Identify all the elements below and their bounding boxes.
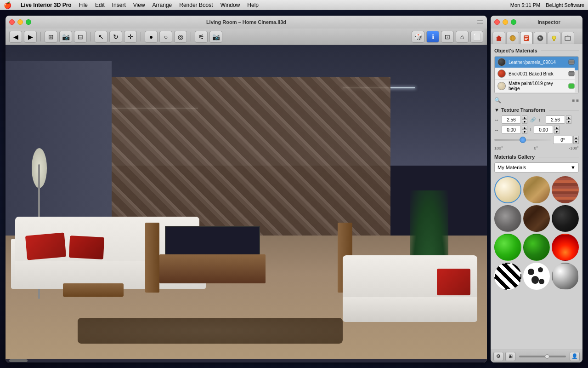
menu-window[interactable]: Window bbox=[220, 2, 240, 8]
view-btn[interactable]: ⊟ bbox=[74, 31, 87, 43]
app-container: Living Room – Home Cinema.li3d ◀ ▶ ⊞ 📷 ⊟… bbox=[0, 10, 588, 368]
menu-arrange[interactable]: Arrange bbox=[153, 2, 172, 8]
gallery-item-wood-light[interactable] bbox=[523, 176, 550, 203]
sphere-btn[interactable]: ● bbox=[145, 31, 158, 43]
add-material-btn[interactable]: ⚙ bbox=[493, 352, 503, 361]
offset-y-down-btn[interactable]: ▼ bbox=[554, 130, 560, 134]
torus-btn[interactable]: ◎ bbox=[174, 31, 187, 43]
tab-render[interactable] bbox=[534, 32, 547, 44]
width-up-btn[interactable]: ▲ bbox=[522, 115, 527, 120]
gallery-item-zebra[interactable] bbox=[494, 263, 521, 290]
inspector-maximize-btn[interactable] bbox=[511, 19, 516, 25]
viewport-scrollbar[interactable] bbox=[6, 359, 487, 362]
inspector-close-btn[interactable] bbox=[494, 19, 500, 25]
window-resize-handle[interactable] bbox=[477, 20, 483, 24]
main-toolbar: ◀ ▶ ⊞ 📷 ⊟ ↖ ↻ ✛ ● ○ ◎ ⚟ 📷 🎲 ℹ ⊡ ⌂ ⬜ bbox=[6, 29, 487, 45]
layout-btn[interactable]: ⊡ bbox=[441, 31, 454, 43]
svg-rect-13 bbox=[565, 36, 571, 40]
3d-view-btn[interactable]: 🎲 bbox=[412, 31, 424, 43]
tab-material[interactable] bbox=[520, 32, 533, 44]
gallery-item-stone[interactable] bbox=[494, 205, 521, 232]
time-display: Mon 5:11 PM bbox=[510, 2, 540, 8]
move-btn[interactable]: ✛ bbox=[124, 31, 137, 43]
inspector-titlebar: Inspector bbox=[491, 16, 582, 29]
menu-view[interactable]: View bbox=[133, 2, 145, 8]
sofa-right bbox=[343, 242, 477, 331]
svg-rect-21 bbox=[569, 84, 574, 88]
sofa-right-pillow bbox=[437, 269, 470, 295]
render-btn[interactable]: 📷 bbox=[59, 31, 72, 43]
size-slider-container[interactable] bbox=[519, 353, 566, 360]
material-item-matte[interactable]: Matte paint/1019 grey beige bbox=[495, 80, 578, 93]
tab-light[interactable] bbox=[548, 32, 560, 44]
gallery-item-wood-dark[interactable] bbox=[523, 205, 550, 232]
material-name-leather: Leather/pamela_09014 bbox=[509, 60, 565, 65]
gallery-item-green-bright[interactable] bbox=[494, 234, 521, 261]
height-up-btn[interactable]: ▲ bbox=[566, 115, 571, 120]
app-name[interactable]: Live Interior 3D Pro bbox=[21, 2, 72, 8]
close-button[interactable] bbox=[9, 19, 15, 25]
offset-y-input[interactable] bbox=[534, 126, 553, 134]
materials-scrollbar[interactable] bbox=[575, 57, 578, 93]
gallery-item-spots[interactable] bbox=[523, 263, 550, 290]
material-name-matte: Matte paint/1019 grey beige bbox=[509, 81, 565, 91]
offset-x-input[interactable] bbox=[502, 126, 521, 134]
gallery-item-green-dark[interactable] bbox=[523, 234, 550, 261]
house-btn[interactable]: ⌂ bbox=[456, 31, 469, 43]
gallery-item-chrome[interactable] bbox=[552, 263, 579, 290]
rotate-btn[interactable]: ↻ bbox=[109, 31, 122, 43]
minimize-button[interactable] bbox=[17, 19, 23, 25]
forward-btn[interactable]: ▶ bbox=[24, 31, 37, 43]
rotation-slider-container[interactable] bbox=[494, 136, 551, 144]
select-btn[interactable]: ↖ bbox=[95, 31, 107, 43]
height-down-btn[interactable]: ▼ bbox=[566, 120, 571, 124]
viewport-scrollbar-thumb[interactable] bbox=[9, 359, 28, 362]
stairs-btn[interactable]: ⚟ bbox=[195, 31, 208, 43]
floor-plan-btn[interactable]: ⊞ bbox=[45, 31, 57, 43]
tab-room[interactable] bbox=[561, 32, 574, 44]
menu-help[interactable]: Help bbox=[247, 2, 259, 8]
height-input[interactable] bbox=[546, 115, 565, 124]
material-item-leather[interactable]: Leather/pamela_09014 bbox=[495, 57, 578, 68]
gallery-item-cream[interactable] bbox=[494, 176, 521, 203]
offset-x-down-btn[interactable]: ▼ bbox=[522, 130, 527, 134]
size-slider-thumb[interactable] bbox=[545, 354, 549, 359]
person-btn[interactable]: 👤 bbox=[570, 352, 580, 361]
material-item-brick[interactable]: Brick/001 Baked Brick bbox=[495, 68, 578, 80]
tab-sphere[interactable] bbox=[506, 32, 519, 44]
thumbnail-btn[interactable]: ⊞ bbox=[505, 352, 515, 361]
rotation-input[interactable] bbox=[553, 136, 572, 144]
gallery-item-black[interactable] bbox=[552, 205, 579, 232]
tab-house[interactable] bbox=[492, 32, 505, 44]
apple-menu[interactable]: 🍎 bbox=[4, 1, 11, 9]
gallery-item-brick[interactable] bbox=[552, 176, 579, 203]
width-stepper: ▲ ▼ bbox=[522, 115, 527, 124]
inspector-minimize-btn[interactable] bbox=[503, 19, 508, 25]
ring-btn[interactable]: ○ bbox=[159, 31, 172, 43]
gallery-item-fire[interactable] bbox=[552, 234, 579, 261]
rotation-slider-thumb[interactable] bbox=[520, 137, 526, 143]
room-btn[interactable]: ⬜ bbox=[470, 31, 483, 43]
offset-y-up-btn[interactable]: ▲ bbox=[554, 126, 560, 130]
gallery-dropdown[interactable]: My Materials ▼ bbox=[494, 162, 579, 172]
width-down-btn[interactable]: ▼ bbox=[522, 120, 527, 124]
rotation-labels: 180° 0° -180° bbox=[494, 146, 579, 150]
back-btn[interactable]: ◀ bbox=[9, 31, 22, 43]
materials-scrollbar-thumb[interactable] bbox=[575, 57, 578, 70]
width-input[interactable] bbox=[502, 115, 521, 124]
inspector-content: Object's Materials Leather/pamela_09014 bbox=[491, 44, 582, 350]
menubar-right: Mon 5:11 PM BeLight Software bbox=[510, 2, 584, 8]
rotation-down-btn[interactable]: ▼ bbox=[573, 140, 579, 144]
maximize-button[interactable] bbox=[26, 19, 31, 25]
offset-x-up-btn[interactable]: ▲ bbox=[522, 126, 527, 130]
menu-render-boost[interactable]: Render Boost bbox=[179, 2, 213, 8]
camera-btn[interactable]: 📷 bbox=[209, 31, 222, 43]
3d-viewport[interactable] bbox=[6, 45, 487, 362]
menu-edit[interactable]: Edit bbox=[95, 2, 105, 8]
link-icon[interactable]: 🔗 bbox=[530, 117, 536, 122]
menu-file[interactable]: File bbox=[79, 2, 88, 8]
search-icon[interactable]: 🔍 bbox=[494, 97, 501, 104]
info-btn[interactable]: ℹ bbox=[426, 31, 439, 43]
menu-insert[interactable]: Insert bbox=[112, 2, 126, 8]
rotation-up-btn[interactable]: ▲ bbox=[573, 136, 579, 140]
